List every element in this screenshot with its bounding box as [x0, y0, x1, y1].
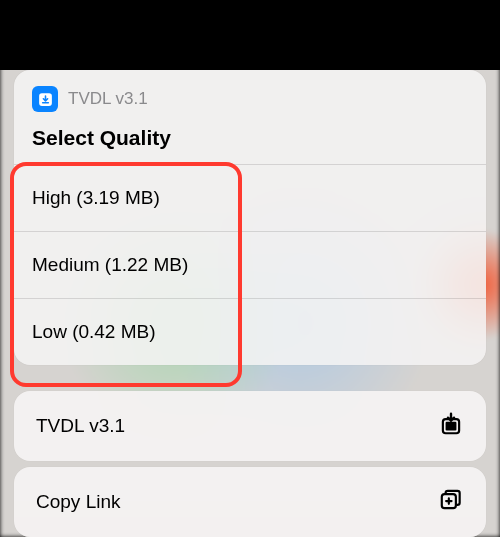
quality-options-list: High (3.19 MB) Medium (1.22 MB) Low (0.4…: [14, 164, 486, 365]
app-download-icon: [32, 86, 58, 112]
action-copy-link[interactable]: Copy Link: [14, 467, 486, 537]
copy-plus-icon: [438, 487, 464, 517]
quality-sheet: TVDL v3.1 Select Quality High (3.19 MB) …: [14, 70, 486, 365]
screen: TVDL v3.1 Select Quality High (3.19 MB) …: [0, 0, 500, 537]
top-background: [0, 0, 500, 70]
quality-option-high[interactable]: High (3.19 MB): [14, 164, 486, 231]
action-tvdl-label: TVDL v3.1: [36, 415, 125, 437]
sheet-title: Select Quality: [14, 120, 486, 164]
download-square-icon: [438, 411, 464, 441]
quality-option-low[interactable]: Low (0.42 MB): [14, 298, 486, 365]
sheet-header: TVDL v3.1: [14, 70, 486, 120]
action-tvdl[interactable]: TVDL v3.1: [14, 391, 486, 461]
action-copy-link-label: Copy Link: [36, 491, 121, 513]
svg-rect-2: [446, 422, 457, 431]
app-title: TVDL v3.1: [68, 89, 148, 109]
quality-option-medium[interactable]: Medium (1.22 MB): [14, 231, 486, 298]
